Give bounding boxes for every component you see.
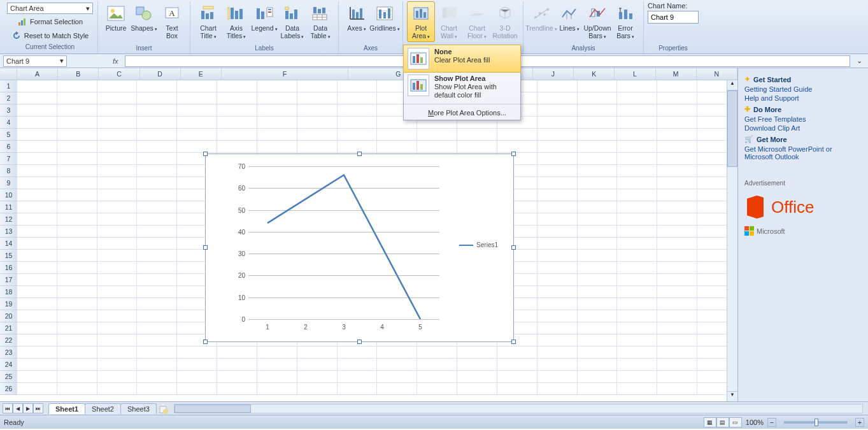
cell[interactable] <box>137 141 177 153</box>
cell[interactable] <box>257 129 297 141</box>
cell[interactable] <box>177 92 217 104</box>
cell[interactable] <box>257 104 297 117</box>
cell[interactable] <box>17 238 57 250</box>
cell[interactable] <box>57 359 97 371</box>
row-header[interactable]: 2 <box>0 92 17 104</box>
cell[interactable] <box>578 383 618 395</box>
cell[interactable] <box>617 201 657 213</box>
legend-button[interactable]: Legend <box>250 1 278 42</box>
cell[interactable] <box>617 250 657 262</box>
cell[interactable] <box>497 371 537 383</box>
cell[interactable] <box>17 286 57 298</box>
cell[interactable] <box>137 201 177 213</box>
cell[interactable] <box>297 104 338 117</box>
col-header[interactable]: M <box>656 68 697 80</box>
cell[interactable] <box>137 383 177 395</box>
lines-button[interactable]: Lines <box>555 1 583 42</box>
cell[interactable] <box>257 383 297 395</box>
tab-nav-prev[interactable]: ◀ <box>13 403 23 413</box>
cell[interactable] <box>377 371 417 383</box>
cell[interactable] <box>578 286 618 298</box>
cell[interactable] <box>537 153 578 165</box>
cell[interactable] <box>57 153 97 165</box>
view-layout-button[interactable]: ▤ <box>716 417 729 427</box>
cell[interactable] <box>617 153 657 165</box>
cell[interactable] <box>377 383 417 395</box>
cell[interactable] <box>377 347 417 359</box>
cell[interactable] <box>57 92 97 104</box>
updown-bars-button[interactable]: Up/Down Bars <box>583 1 611 42</box>
cell[interactable] <box>457 359 497 371</box>
sheet-tab[interactable]: Sheet1 <box>48 403 85 414</box>
cell[interactable] <box>17 129 57 141</box>
tab-nav-last[interactable]: ⏭ <box>33 403 43 413</box>
cell[interactable] <box>657 274 697 286</box>
zoom-in-button[interactable]: + <box>855 418 864 427</box>
row-header[interactable]: 14 <box>0 238 17 250</box>
cell[interactable] <box>657 189 697 201</box>
cell[interactable] <box>537 201 578 213</box>
cell[interactable] <box>537 189 578 201</box>
cell[interactable] <box>57 322 97 334</box>
cell[interactable] <box>377 141 417 153</box>
zoom-thumb[interactable] <box>815 419 818 426</box>
cell[interactable] <box>578 129 618 141</box>
row-header[interactable]: 12 <box>0 213 17 226</box>
plot-area-button[interactable]: Plot Area <box>407 1 435 42</box>
reset-match-style-button[interactable]: Reset to Match Style <box>10 29 90 42</box>
cell[interactable] <box>457 383 497 395</box>
cell[interactable] <box>17 371 57 383</box>
row-header[interactable]: 6 <box>0 141 17 153</box>
cell[interactable] <box>657 141 697 153</box>
data-table-button[interactable]: Data Table <box>306 1 334 42</box>
scroll-up-icon[interactable]: ▲ <box>727 80 737 90</box>
cell[interactable] <box>137 129 177 141</box>
cell[interactable] <box>578 274 618 286</box>
cell[interactable] <box>57 238 97 250</box>
cell[interactable] <box>57 347 97 359</box>
cell[interactable] <box>617 80 657 92</box>
cell[interactable] <box>657 117 697 129</box>
axis-titles-button[interactable]: Axis Titles <box>222 1 250 42</box>
col-header[interactable]: A <box>17 68 58 80</box>
cell[interactable] <box>17 213 57 226</box>
row-header[interactable]: 5 <box>0 129 17 141</box>
cell[interactable] <box>297 347 338 359</box>
cell[interactable] <box>257 347 297 359</box>
cell[interactable] <box>497 129 537 141</box>
cell[interactable] <box>578 213 618 226</box>
cell[interactable] <box>657 286 697 298</box>
cell[interactable] <box>57 117 97 129</box>
sheet-tab[interactable]: Sheet3 <box>120 403 157 414</box>
cell[interactable] <box>137 322 177 334</box>
row-header[interactable]: 20 <box>0 310 17 322</box>
cell[interactable] <box>57 226 97 238</box>
chart-name-input[interactable] <box>648 11 699 24</box>
cell[interactable] <box>537 250 578 262</box>
cell[interactable] <box>137 80 177 92</box>
cell[interactable] <box>657 250 697 262</box>
cell[interactable] <box>657 262 697 274</box>
cell[interactable] <box>657 92 697 104</box>
cell[interactable] <box>57 262 97 274</box>
tp-link-help[interactable]: Help and Support <box>744 94 862 102</box>
cell[interactable] <box>137 250 177 262</box>
cell[interactable] <box>657 322 697 334</box>
col-header[interactable]: L <box>615 68 655 80</box>
cell[interactable] <box>657 310 697 322</box>
cell[interactable] <box>177 347 217 359</box>
tp-link-templates[interactable]: Get Free Templates <box>744 115 862 123</box>
name-box[interactable]: Chart 9▾ <box>3 55 67 67</box>
cell[interactable] <box>497 347 537 359</box>
cell[interactable] <box>657 201 697 213</box>
cell[interactable] <box>497 383 537 395</box>
cell[interactable] <box>417 371 457 383</box>
cell[interactable] <box>537 359 578 371</box>
cell[interactable] <box>617 322 657 334</box>
cell[interactable] <box>257 359 297 371</box>
cell[interactable] <box>338 129 378 141</box>
cell[interactable] <box>137 153 177 165</box>
cell[interactable] <box>617 189 657 201</box>
col-header[interactable]: D <box>140 68 181 80</box>
cell[interactable] <box>578 310 618 322</box>
